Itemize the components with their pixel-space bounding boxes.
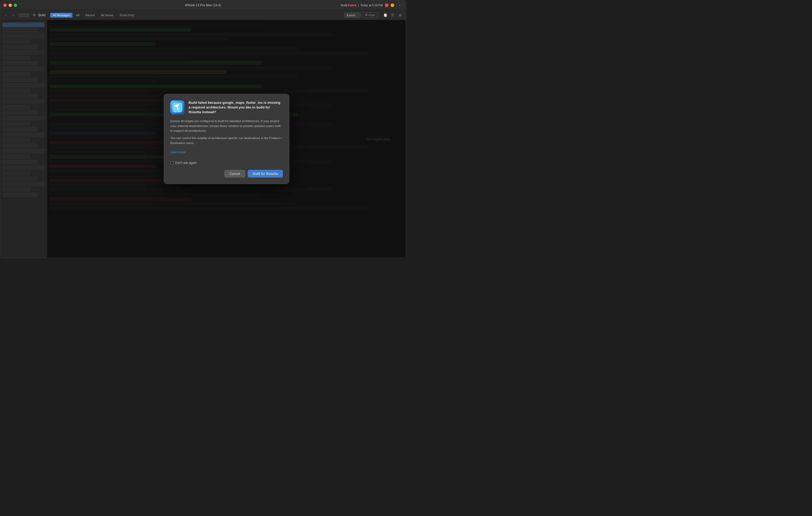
checkbox-label: Don't ask again: [175, 161, 197, 165]
filter-icon: ⌘: [365, 13, 368, 17]
list-item[interactable]: [2, 138, 30, 143]
build-time: Today at 5:19 PM: [360, 4, 383, 7]
failed-text: Failed: [348, 4, 356, 7]
list-item[interactable]: [2, 61, 37, 66]
nav-right-icon[interactable]: ›: [10, 12, 17, 18]
xcode-svg: [172, 102, 182, 113]
list-item[interactable]: [2, 88, 30, 93]
tab-recent[interactable]: Recent: [83, 13, 97, 18]
xcode-app-icon: [170, 100, 184, 115]
maximize-button[interactable]: [14, 4, 17, 7]
dialog-header: Build failed because google_maps_flutter…: [170, 100, 283, 115]
build-label: Build: [38, 13, 46, 17]
list-item[interactable]: [2, 39, 30, 44]
error-indicator: [385, 3, 388, 7]
dialog-buttons: Cancel Build for Rosetta: [170, 170, 283, 178]
checkbox-row: Don't ask again: [170, 161, 283, 165]
list-item[interactable]: [2, 171, 30, 175]
tab-all-issues[interactable]: All Issues: [98, 13, 116, 18]
filter-label: Filter: [369, 13, 375, 17]
add-button[interactable]: ＋: [396, 2, 403, 8]
content-area: Not Applicable: [47, 20, 406, 258]
tab-errors-only[interactable]: Errors Only: [117, 13, 137, 18]
list-item[interactable]: [2, 187, 30, 192]
list-item[interactable]: [2, 66, 45, 71]
list-item[interactable]: [2, 116, 45, 121]
list-item[interactable]: [2, 44, 37, 49]
list-item[interactable]: [2, 50, 45, 55]
minimize-button[interactable]: [9, 4, 12, 7]
list-item[interactable]: [2, 110, 37, 115]
cancel-button[interactable]: Cancel: [225, 170, 245, 178]
branch-indicator: [19, 13, 29, 17]
main-window: iPhone 13 Pro Max (16.4) Build Failed | …: [0, 0, 406, 258]
list-item[interactable]: [2, 99, 45, 104]
list-item[interactable]: [2, 193, 37, 198]
list-item[interactable]: [2, 72, 30, 77]
list-item[interactable]: [2, 160, 37, 164]
list-item[interactable]: [2, 149, 45, 153]
list-item[interactable]: [2, 23, 45, 27]
titlebar-right: Build Failed | Today at 5:19 PM ＋: [341, 2, 403, 8]
titlebar-center: iPhone 13 Pro Max (16.4): [185, 3, 221, 7]
sidebar: [0, 20, 47, 258]
filter-tabs-area: All Messages All Recent All Issues Error…: [50, 13, 137, 18]
list-item[interactable]: [2, 55, 30, 60]
device-label: iPhone 13 Pro Max (16.4): [185, 3, 221, 7]
dialog-title: Build failed because google_maps_flutter…: [188, 100, 283, 115]
filter-button[interactable]: ⌘ Filter: [362, 12, 378, 18]
build-icon[interactable]: ⚙: [31, 12, 37, 18]
dialog-body-text-1: Ensure all targets are configured to bui…: [170, 119, 283, 133]
dialog-body: Ensure all targets are configured to bui…: [170, 119, 283, 145]
list-item[interactable]: [2, 132, 45, 137]
dialog: Build failed because google_maps_flutter…: [164, 94, 289, 184]
list-item[interactable]: [2, 127, 37, 131]
tab-all-messages[interactable]: All Messages: [50, 13, 72, 18]
build-for-rosetta-button[interactable]: Build for Rosetta: [248, 170, 283, 178]
list-item[interactable]: [2, 165, 45, 170]
left-toolbar-icons: ‹ › ⚙ Build: [3, 12, 46, 18]
list-item[interactable]: [2, 154, 30, 159]
secondary-toolbar: ‹ › ⚙ Build All Messages All Recent All …: [0, 10, 406, 20]
close-button[interactable]: [3, 4, 6, 7]
titlebar: iPhone 13 Pro Max (16.4) Build Failed | …: [0, 0, 406, 10]
list-item[interactable]: [2, 143, 37, 148]
warning-indicator: [390, 3, 394, 7]
sidebar-content: [0, 20, 47, 200]
list-item[interactable]: [2, 83, 45, 88]
grid-view-icon[interactable]: ⊞: [397, 12, 403, 18]
tab-all[interactable]: All: [74, 13, 82, 18]
nav-left-icon[interactable]: ‹: [3, 12, 9, 18]
learn-more-link[interactable]: Learn more: [170, 151, 186, 154]
traffic-lights: [3, 4, 17, 7]
list-item[interactable]: [2, 105, 30, 110]
list-item[interactable]: [2, 176, 37, 181]
right-toolbar-actions: Export... ⌘ Filter: [344, 12, 378, 18]
dialog-body-text-2: You can control the visibility of archit…: [170, 136, 283, 145]
inspector-icon[interactable]: 📋: [382, 12, 388, 18]
modal-overlay: Build failed because google_maps_flutter…: [47, 20, 406, 258]
main-layout: Not Applicable: [0, 20, 406, 258]
list-item[interactable]: [2, 182, 45, 186]
build-status: Build Failed | Today at 5:19 PM: [341, 4, 383, 7]
list-item[interactable]: [2, 94, 37, 98]
dont-ask-again-checkbox[interactable]: [170, 161, 173, 164]
export-button[interactable]: Export...: [344, 12, 360, 18]
list-item[interactable]: [2, 33, 45, 38]
list-view-icon[interactable]: ☰: [389, 12, 396, 18]
bottom-bar: + Filter: [0, 258, 406, 258]
list-item[interactable]: [2, 121, 30, 126]
view-controls: 📋 ☰ ⊞: [382, 12, 403, 18]
list-item[interactable]: [2, 78, 37, 82]
list-item[interactable]: [2, 28, 37, 33]
